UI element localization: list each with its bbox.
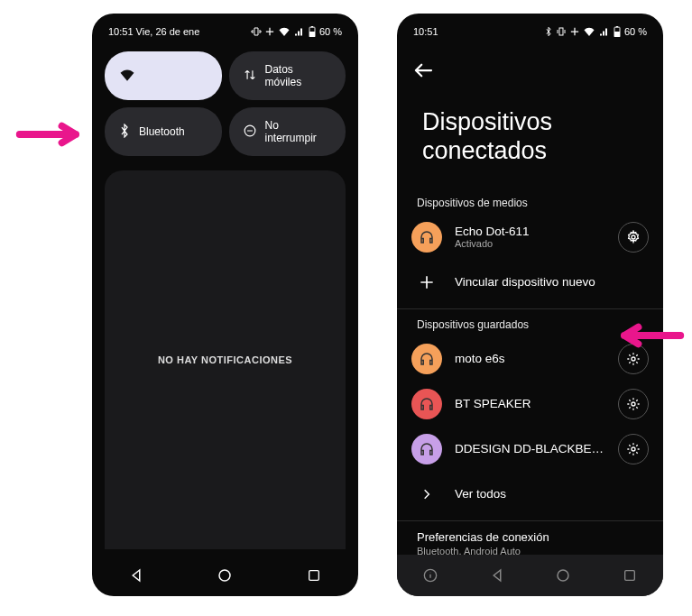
signal-icon: [294, 27, 305, 36]
wifi-icon: [583, 27, 595, 36]
plus-icon: [411, 267, 442, 298]
nav-back-button[interactable]: [481, 559, 513, 592]
device-settings-button[interactable]: [618, 389, 649, 419]
svg-rect-9: [616, 26, 618, 27]
nav-home-button[interactable]: [208, 559, 241, 592]
see-all-label: Ver todos: [455, 487, 649, 501]
status-icons: 60 %: [545, 26, 647, 37]
battery-icon: [309, 26, 316, 37]
bluetooth-label: Bluetooth: [139, 125, 185, 138]
wifi-icon: [119, 69, 135, 84]
nav-back-button[interactable]: [120, 559, 152, 592]
prefs-title: Preferencias de conexión: [417, 530, 643, 544]
svg-rect-2: [311, 26, 313, 27]
battery-saver-icon: [265, 27, 274, 36]
notification-shade-body: NO HAY NOTIFICACIONES: [105, 170, 346, 549]
vibrate-icon: [251, 26, 262, 37]
svg-point-13: [632, 447, 635, 451]
nav-home-button[interactable]: [547, 559, 579, 592]
vibrate-icon: [556, 26, 567, 37]
no-notifications-text: NO HAY NOTIFICACIONES: [158, 354, 292, 365]
headphones-icon: [411, 434, 442, 464]
svg-point-15: [558, 570, 568, 581]
section-media-devices: Dispositivos de medios: [397, 191, 663, 215]
pair-new-device-row[interactable]: Vincular dispositivo nuevo: [397, 260, 663, 305]
phone-quick-settings: 10:51 Vie, 26 de ene 60 % Datos móviles …: [92, 14, 358, 596]
svg-rect-16: [625, 571, 635, 581]
headphones-icon: [411, 389, 442, 419]
title-line2: conectados: [422, 136, 638, 165]
page-title: Dispositivos conectados: [397, 91, 663, 191]
device-name: Echo Dot-611: [455, 225, 605, 238]
dnd-icon: [244, 124, 256, 140]
see-all-row[interactable]: Ver todos: [397, 472, 663, 517]
quick-settings-grid: Datos móviles Bluetooth No interrumpir: [92, 46, 358, 161]
device-settings-button[interactable]: [618, 222, 649, 253]
instruction-arrow-2: [621, 321, 691, 350]
svg-rect-8: [614, 32, 620, 37]
navigation-bar: [92, 555, 358, 596]
mobile-data-label: Datos móviles: [265, 63, 332, 88]
navigation-bar: [397, 555, 663, 596]
saved-device-name: moto e6s: [455, 352, 605, 365]
headphones-icon: [411, 222, 442, 253]
svg-rect-6: [559, 28, 563, 35]
svg-point-12: [632, 402, 635, 406]
status-icons: 60 %: [251, 26, 342, 37]
device-status: Activado: [455, 238, 605, 249]
battery-icon: [614, 26, 621, 37]
nav-recent-button[interactable]: [614, 559, 646, 592]
battery-saver-icon: [570, 27, 579, 36]
phone-connected-devices: 10:51 60 % Dispositivos conectados Dispo…: [397, 14, 663, 596]
media-device-row[interactable]: Echo Dot-611 Activado: [397, 215, 663, 260]
svg-rect-1: [309, 32, 315, 37]
info-icon[interactable]: [414, 559, 447, 592]
saved-device-name: BT SPEAKER: [455, 397, 605, 410]
saved-device-name: DDESIGN DD-BLACKBEATX: [455, 442, 605, 455]
status-bar: 10:51 60 %: [397, 14, 663, 46]
wifi-icon: [278, 27, 291, 36]
svg-rect-5: [309, 571, 318, 581]
saved-device-row[interactable]: DDESIGN DD-BLACKBEATX: [397, 427, 663, 472]
dnd-label: No interrumpir: [265, 119, 332, 144]
wifi-tile[interactable]: [105, 51, 222, 100]
header-back-row: [397, 46, 663, 91]
svg-point-4: [219, 570, 230, 581]
title-line1: Dispositivos: [422, 107, 638, 136]
battery-percent: 60 %: [319, 26, 342, 37]
status-time: 10:51: [413, 26, 438, 37]
signal-icon: [599, 27, 610, 36]
chevron-right-icon: [411, 479, 442, 510]
dnd-tile[interactable]: No interrumpir: [229, 107, 346, 156]
svg-point-10: [632, 235, 635, 239]
bluetooth-icon: [545, 26, 552, 37]
instruction-arrow-1: [9, 120, 79, 149]
swap-icon: [244, 69, 256, 84]
status-time-date: 10:51 Vie, 26 de ene: [108, 26, 199, 37]
bluetooth-tile[interactable]: Bluetooth: [105, 107, 222, 156]
headphones-icon: [411, 344, 442, 374]
nav-recent-button[interactable]: [298, 559, 330, 592]
battery-percent: 60 %: [624, 26, 647, 37]
pair-new-label: Vincular dispositivo nuevo: [455, 275, 649, 289]
bluetooth-icon: [119, 124, 130, 141]
svg-point-11: [632, 357, 635, 361]
back-button[interactable]: [413, 62, 433, 82]
mobile-data-tile[interactable]: Datos móviles: [229, 51, 346, 100]
saved-device-row[interactable]: BT SPEAKER: [397, 382, 663, 427]
device-settings-button[interactable]: [618, 434, 649, 464]
status-bar: 10:51 Vie, 26 de ene 60 %: [92, 14, 358, 46]
